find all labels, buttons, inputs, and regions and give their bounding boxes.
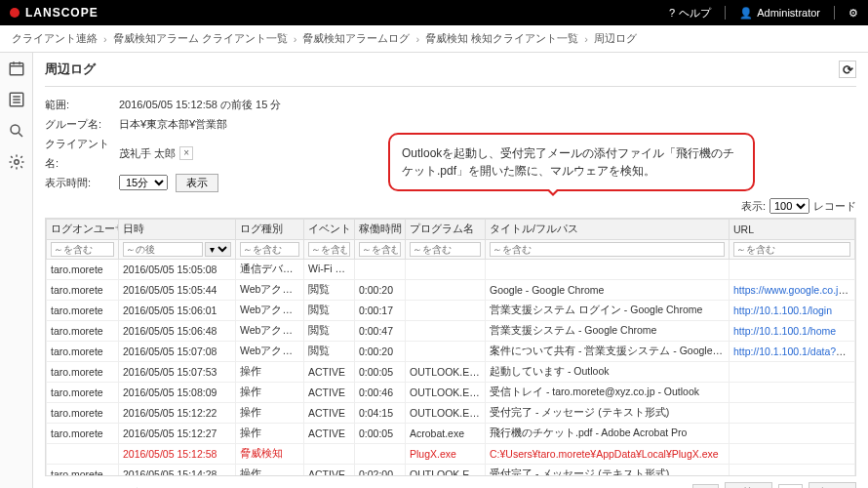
crumb[interactable]: 脅威検知アラームログ	[302, 31, 410, 46]
filter-title-input[interactable]	[490, 242, 725, 257]
table-cell: 受付完了 - メッセージ (テキスト形式)	[486, 465, 730, 477]
table-cell: 2016/05/05 15:07:08	[119, 342, 236, 362]
col-title[interactable]: タイトル/フルパス	[486, 220, 730, 240]
user-menu[interactable]: 👤Administrator	[739, 7, 820, 20]
table-cell: taro.morete	[47, 362, 119, 383]
table-cell	[486, 260, 730, 280]
table-filter-row: ▾	[47, 240, 855, 260]
table-row[interactable]: taro.morete2016/05/05 15:05:08通信デバイスWi-F…	[47, 260, 855, 280]
main-content: 周辺ログ ⟳ Outlookを起動し、受付完了メールの添付ファイル「飛行機のチケ…	[33, 53, 868, 488]
table-cell	[406, 342, 486, 362]
table-cell: 閲覧	[304, 301, 355, 321]
filter-datetime-op[interactable]: ▾	[205, 242, 231, 257]
col-event[interactable]: イベント	[304, 220, 355, 240]
table-row[interactable]: taro.morete2016/05/05 15:06:01Webアクセス閲覧0…	[47, 301, 855, 321]
help-icon: ?	[669, 7, 675, 19]
svg-point-2	[11, 125, 20, 134]
brand-name: LANSCOPE	[25, 6, 99, 20]
table-cell: 操作	[236, 383, 304, 403]
table-cell: OUTLOOK.EXE	[406, 403, 486, 424]
table-cell: 0:00:17	[355, 301, 406, 321]
filter-user-input[interactable]	[51, 242, 114, 257]
show-button[interactable]: 表示	[176, 174, 218, 192]
table-header-row: ログオンユーザー名 日時 ログ種別 イベント 稼働時間 プログラム名 タイトル/…	[47, 220, 855, 240]
table-cell: https://www.google.co.jp/webhp?sourceid=…	[730, 280, 855, 301]
url-link[interactable]: http://10.1.100.1/data?19223	[733, 346, 855, 357]
help-link[interactable]: ?ヘルプ	[669, 6, 711, 20]
url-link[interactable]: https://www.google.co.jp/webhp?sourceid=…	[733, 284, 855, 296]
filter-kind-input[interactable]	[240, 242, 299, 257]
pager-first-button[interactable]: |<	[692, 484, 719, 489]
table-row[interactable]: taro.morete2016/05/05 15:14:28操作ACTIVE0:…	[47, 465, 855, 477]
callout-text: Outlookを起動し、受付完了メールの添付ファイル「飛行機のチケット.pdf」…	[402, 146, 734, 178]
col-datetime[interactable]: 日時	[119, 220, 236, 240]
col-program[interactable]: プログラム名	[406, 220, 486, 240]
table-cell: 0:00:05	[355, 362, 406, 383]
display-unit: レコード	[813, 199, 856, 214]
col-url[interactable]: URL	[730, 220, 855, 240]
table-cell: http://10.1.100.1/home	[730, 321, 855, 342]
filter-url-input[interactable]	[733, 242, 850, 257]
help-label: ヘルプ	[679, 6, 711, 20]
table-cell: taro.morete	[47, 383, 119, 403]
table-cell: 起動しています - Outlook	[486, 362, 730, 383]
col-duration[interactable]: 稼働時間	[355, 220, 406, 240]
pager-page-number: 1	[778, 484, 802, 489]
svg-rect-0	[10, 63, 23, 75]
filter-datetime-input[interactable]	[123, 242, 203, 257]
table-cell: OUTLOOK.EXE	[406, 362, 486, 383]
settings-button[interactable]: ⚙	[848, 7, 858, 20]
table-cell: taro.morete	[47, 342, 119, 362]
table-cell: taro.morete	[47, 321, 119, 342]
col-kind[interactable]: ログ種別	[236, 220, 304, 240]
user-name: Administrator	[757, 7, 820, 19]
table-row[interactable]: taro.morete2016/05/05 15:07:08Webアクセス閲覧0…	[47, 342, 855, 362]
filter-program-input[interactable]	[410, 242, 481, 257]
pager-prev-button[interactable]: < 前へ	[725, 482, 772, 488]
sidebar-calendar-icon[interactable]	[7, 59, 26, 78]
table-row[interactable]: taro.morete2016/05/05 15:07:53操作ACTIVE0:…	[47, 362, 855, 383]
refresh-button[interactable]: ⟳	[839, 61, 856, 78]
table-cell: ACTIVE	[304, 383, 355, 403]
crumb[interactable]: 脅威検知 検知クライアント一覧	[425, 31, 578, 46]
table-cell: OUTLOOK.EXE	[406, 383, 486, 403]
table-cell: http://10.1.100.1/data?19223	[730, 342, 855, 362]
table-row[interactable]: taro.morete2016/05/05 15:12:27操作ACTIVE0:…	[47, 424, 855, 444]
page-size-select[interactable]: 100	[769, 198, 809, 214]
table-cell: Wi-Fi 接続	[304, 260, 355, 280]
table-cell	[355, 444, 406, 465]
time-range-select[interactable]: 15分	[119, 175, 168, 190]
crumb[interactable]: 脅威検知アラーム クライアント一覧	[113, 31, 288, 46]
table-cell: 0:00:20	[355, 342, 406, 362]
table-cell	[47, 444, 119, 465]
table-cell: 通信デバイス	[236, 260, 304, 280]
table-cell	[730, 383, 855, 403]
filter-event-input[interactable]	[308, 242, 350, 257]
table-cell	[406, 321, 486, 342]
pager-next-button[interactable]: 次へ >	[809, 482, 856, 488]
client-value: 茂礼手 太郎	[119, 143, 176, 163]
table-row[interactable]: taro.morete2016/05/05 15:05:44Webアクセス閲覧0…	[47, 280, 855, 301]
sidebar-settings-icon[interactable]	[7, 152, 26, 172]
table-cell: ACTIVE	[304, 403, 355, 424]
group-label: グループ名:	[45, 114, 119, 134]
table-row[interactable]: taro.morete2016/05/05 15:06:48Webアクセス閲覧0…	[47, 321, 855, 342]
filter-duration-input[interactable]	[359, 242, 401, 257]
table-cell	[304, 444, 355, 465]
url-link[interactable]: http://10.1.100.1/home	[733, 325, 836, 337]
log-table-container[interactable]: ログオンユーザー名 日時 ログ種別 イベント 稼働時間 プログラム名 タイトル/…	[45, 218, 856, 476]
table-row[interactable]: taro.morete2016/05/05 15:12:22操作ACTIVE0:…	[47, 403, 855, 424]
clear-client-button[interactable]: ×	[179, 146, 193, 160]
sidebar-search-icon[interactable]	[7, 121, 26, 141]
crumb[interactable]: クライアント連絡	[12, 31, 98, 46]
table-cell: Webアクセス	[236, 301, 304, 321]
range-label: 範囲:	[45, 95, 119, 114]
col-user[interactable]: ログオンユーザー名	[47, 220, 119, 240]
user-icon: 👤	[739, 7, 753, 20]
url-link[interactable]: http://10.1.100.1/login	[733, 305, 832, 316]
table-row[interactable]: 2016/05/05 15:12:58脅威検知PlugX.exeC:¥Users…	[47, 444, 855, 465]
group-value: 日本¥東京本部¥営業部	[119, 114, 227, 134]
sidebar-list-icon[interactable]	[7, 90, 26, 109]
table-cell: 0:00:46	[355, 383, 406, 403]
table-row[interactable]: taro.morete2016/05/05 15:08:09操作ACTIVE0:…	[47, 383, 855, 403]
